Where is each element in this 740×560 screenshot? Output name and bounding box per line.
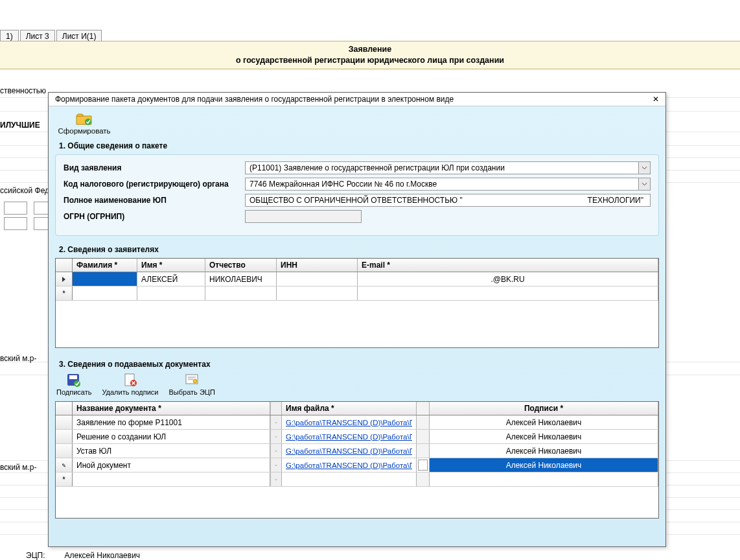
col-file[interactable]: Имя файла * [282, 402, 417, 415]
chevron-down-icon[interactable] [270, 415, 282, 429]
col-email[interactable]: E-mail * [358, 259, 658, 272]
file-link[interactable]: G:\работа\TRANSCEND (D)\Работа\П... [286, 461, 412, 469]
section1-panel: Вид заявления (Р11001) Заявление о госуд… [55, 154, 659, 236]
chevron-down-icon[interactable] [270, 444, 282, 458]
document-row[interactable]: Устав ЮЛ G:\работа\TRANSCEND (D)\Работа\… [56, 444, 658, 458]
label-ogrn: ОГРН (ОГРНИП) [64, 212, 245, 221]
section3-title: 3. Сведения о подаваемых документах [59, 360, 659, 369]
applicant-row[interactable]: АЛЕКСЕЙ НИКОЛАЕВИЧ .@BK.RU [56, 272, 658, 286]
documents-grid: Название документа * Имя файла * Подписи… [55, 401, 659, 519]
folder-check-icon [76, 111, 93, 126]
docs-toolbar: Подписать Удалить подписи Выбрать ЭЦП [56, 373, 659, 396]
bg-cut-text-5: вский м.р- [0, 463, 36, 472]
chevron-down-icon[interactable] [270, 472, 282, 486]
file-link[interactable]: G:\работа\TRANSCEND (D)\Работа\П... [286, 419, 412, 426]
chevron-down-icon[interactable] [270, 458, 282, 472]
choose-ecp-button[interactable]: Выбрать ЭЦП [169, 373, 215, 396]
file-link[interactable]: G:\работа\TRANSCEND (D)\Работа\П... [286, 433, 412, 441]
bg-title-line1: Заявление [0, 44, 740, 55]
dialog-title: Формирование пакета документов для подач… [55, 95, 454, 104]
sign-button[interactable]: Подписать [56, 373, 91, 396]
form-button-label: Сформировать [58, 127, 110, 135]
unsign-button[interactable]: Удалить подписи [102, 373, 158, 396]
new-row-icon [56, 472, 73, 486]
cell-email[interactable]: .@BK.RU [358, 272, 658, 286]
cell-fam[interactable] [73, 272, 137, 286]
bg-cut-text-1: ственностью [0, 86, 46, 95]
cell-inn[interactable] [277, 272, 358, 286]
label-name: Полное наименование ЮП [64, 196, 245, 205]
document-row[interactable]: Заявление по форме Р11001 G:\работа\TRAN… [56, 415, 658, 430]
rowhead [56, 259, 73, 272]
bg-ecp: ЭЦП: Алексей Николаевич [26, 551, 140, 560]
file-link[interactable]: G:\работа\TRANSCEND (D)\Работа\П... [286, 447, 412, 455]
cell-ot[interactable]: НИКОЛАЕВИЧ [205, 272, 277, 286]
bg-input-a1[interactable] [4, 202, 27, 215]
document-row-selected[interactable]: ✎ Иной документ G:\работа\TRANSCEND (D)\… [56, 458, 658, 472]
new-row-icon [56, 286, 73, 300]
form-button[interactable]: Сформировать [55, 111, 113, 135]
bg-input-b1[interactable] [4, 217, 27, 230]
chevron-down-icon[interactable] [638, 162, 650, 174]
col-inn[interactable]: ИНН [277, 259, 358, 272]
bg-cut-text-4: вский м.р- [0, 354, 36, 363]
ogrn-input[interactable] [245, 210, 362, 223]
svg-point-9 [193, 379, 197, 383]
svg-rect-2 [69, 375, 77, 379]
kod-dropdown[interactable]: 7746 Межрайонная ИФНС России № 46 по г.М… [245, 178, 651, 191]
chevron-down-icon[interactable] [638, 178, 650, 190]
svg-point-0 [85, 119, 91, 125]
bg-cut-text-2: ИЛУЧШИЕ [0, 121, 40, 130]
col-name[interactable]: Имя * [137, 259, 205, 272]
bg-title-line2: о государственной регистрации юридическо… [0, 55, 740, 66]
save-sign-icon [66, 373, 82, 387]
col-sign[interactable]: Подписи * [430, 402, 658, 415]
svg-point-3 [74, 380, 80, 387]
certificate-icon [184, 373, 200, 387]
document-row[interactable]: Решение о создании ЮЛ G:\работа\TRANSCEN… [56, 430, 658, 444]
chevron-down-icon[interactable] [270, 430, 282, 443]
col-doc[interactable]: Название документа * [73, 402, 270, 415]
close-icon[interactable]: ✕ [650, 95, 662, 104]
col-ot[interactable]: Отчество [205, 259, 277, 272]
package-dialog: Формирование пакета документов для подач… [48, 92, 666, 547]
row-selector-icon[interactable] [56, 272, 73, 286]
document-new-row[interactable] [56, 472, 658, 487]
cell-name[interactable]: АЛЕКСЕЙ [137, 272, 205, 286]
delete-sign-icon [122, 373, 138, 387]
dialog-titlebar: Формирование пакета документов для подач… [49, 93, 665, 106]
bg-title: Заявление о государственной регистрации … [0, 41, 740, 69]
ecp-label: ЭЦП: [26, 551, 45, 560]
vid-dropdown[interactable]: (Р11001) Заявление о государственной рег… [245, 161, 651, 174]
section1-title: 1. Общие сведения о пакете [59, 141, 659, 150]
ecp-value: Алексей Николаевич [64, 551, 140, 560]
col-fam[interactable]: Фамилия * [73, 259, 137, 272]
section2-title: 2. Сведения о заявителях [59, 245, 659, 254]
name-input[interactable]: ОБЩЕСТВО С ОГРАНИЧЕННОЙ ОТВЕТСТВЕННОСТЬЮ… [245, 194, 651, 207]
label-kod: Код налогового (регистрирующего) органа [64, 180, 245, 189]
applicant-new-row[interactable] [56, 286, 658, 301]
edit-indicator-icon: ✎ [56, 458, 73, 472]
label-vid: Вид заявления [64, 163, 245, 172]
bg-cut-text-3: ссийской Фед [0, 186, 49, 195]
applicants-grid: Фамилия * Имя * Отчество ИНН E-mail * АЛ… [55, 258, 659, 348]
